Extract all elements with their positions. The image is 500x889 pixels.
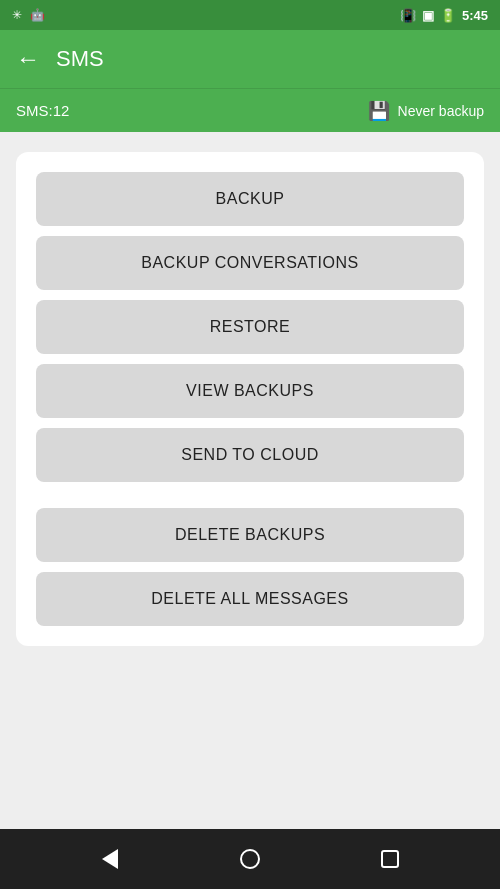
time-display: 5:45 xyxy=(462,8,488,23)
view-backups-button[interactable]: VIEW BACKUPS xyxy=(36,364,464,418)
nav-back-button[interactable] xyxy=(90,839,130,879)
bottom-nav xyxy=(0,829,500,889)
status-bar: ✳ 🤖 📳 ▣ 🔋 5:45 xyxy=(0,0,500,30)
spacer xyxy=(36,492,464,508)
battery-icon: 🔋 xyxy=(440,8,456,23)
main-content: BACKUP BACKUP CONVERSATIONS RESTORE VIEW… xyxy=(0,132,500,829)
save-icon: 💾 xyxy=(368,100,390,122)
signal-block-icon: ▣ xyxy=(422,8,434,23)
app-title: SMS xyxy=(56,46,484,72)
restore-button[interactable]: RESTORE xyxy=(36,300,464,354)
action-card: BACKUP BACKUP CONVERSATIONS RESTORE VIEW… xyxy=(16,152,484,646)
sub-header: SMS:12 💾 Never backup xyxy=(0,88,500,132)
app-bar: ← SMS xyxy=(0,30,500,88)
backup-conversations-button[interactable]: BACKUP CONVERSATIONS xyxy=(36,236,464,290)
backup-button[interactable]: BACKUP xyxy=(36,172,464,226)
recent-square-icon xyxy=(381,850,399,868)
android-icon: 🤖 xyxy=(30,8,45,22)
vibrate-icon: 📳 xyxy=(400,8,416,23)
delete-all-messages-button[interactable]: DELETE ALL MESSAGES xyxy=(36,572,464,626)
backup-status: Never backup xyxy=(398,103,484,119)
nav-home-button[interactable] xyxy=(230,839,270,879)
delete-backups-button[interactable]: DELETE BACKUPS xyxy=(36,508,464,562)
sms-count: SMS:12 xyxy=(16,102,69,119)
backup-info: 💾 Never backup xyxy=(368,100,484,122)
home-circle-icon xyxy=(240,849,260,869)
astro-icon: ✳ xyxy=(12,8,22,22)
status-bar-right: 📳 ▣ 🔋 5:45 xyxy=(400,8,488,23)
nav-recent-button[interactable] xyxy=(370,839,410,879)
status-bar-left: ✳ 🤖 xyxy=(12,8,45,22)
back-button[interactable]: ← xyxy=(16,45,40,73)
back-triangle-icon xyxy=(102,849,118,869)
send-to-cloud-button[interactable]: SEND TO CLOUD xyxy=(36,428,464,482)
